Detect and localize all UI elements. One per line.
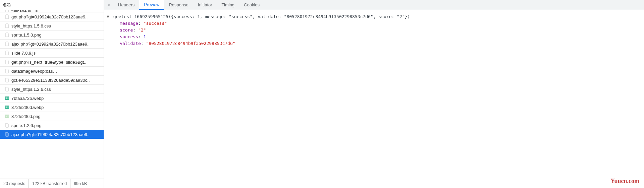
image-icon: [5, 105, 9, 110]
tab-preview[interactable]: Preview: [139, 0, 164, 10]
file-icon: [5, 78, 9, 82]
request-name: style_https.1.5.8.css: [11, 23, 51, 28]
request-row[interactable]: slide.7.8.9.js: [0, 49, 104, 58]
tab-initiator[interactable]: Initiator: [193, 0, 217, 10]
file-icon: [5, 51, 9, 55]
request-name: gct.e465329e51133f326aade59da930c..: [11, 78, 90, 83]
request-row[interactable]: gct.e465329e51133f326aade59da930c..: [0, 76, 104, 85]
close-icon[interactable]: ×: [104, 0, 113, 10]
request-name: data:image/webp;bas…: [11, 69, 57, 74]
json-property: score: "2": [107, 27, 641, 34]
expand-toggle-icon[interactable]: ▼: [107, 13, 111, 20]
callback-prefix: geetest_1669259965125(: [113, 14, 171, 19]
request-row[interactable]: get.php?is_next=true&type=slide3&gt..: [0, 58, 104, 67]
status-requests: 20 requests: [0, 179, 29, 188]
requests-list[interactable]: fullpage.js...jsget.php?gt=019924a82c70b…: [0, 10, 104, 179]
image-icon: [5, 96, 9, 101]
request-row[interactable]: ajax.php?gt=019924a82c70bb123aae9..: [0, 40, 104, 49]
json-property: message: "success": [107, 20, 641, 27]
json-value: "8052801972c8494b9f3502298853c7d6": [146, 41, 235, 46]
callback-suffix: ): [407, 14, 410, 19]
summary-object: {success: 1, message: "success", validat…: [171, 14, 407, 19]
request-name: slide.7.8.9.js: [11, 51, 36, 56]
request-name: get.php?is_next=true&type=slide3&gt..: [11, 60, 86, 65]
request-name: ajax.php?gt=019924a82c70bb123aae9..: [11, 132, 90, 137]
details-tabs-bar: × HeadersPreviewResponseInitiatorTimingC…: [104, 0, 644, 10]
json-value: "success": [144, 21, 167, 26]
file-icon: [5, 10, 9, 12]
request-name: 372fe236d.webp: [11, 105, 44, 110]
file-icon: [5, 60, 9, 64]
data-icon: [5, 69, 9, 73]
svg-point-3: [6, 107, 7, 107]
json-value: 1: [144, 34, 146, 39]
request-row[interactable]: ajax.php?gt=019924a82c70bb123aae9..: [0, 130, 104, 139]
request-name: get.php?gt=019924a82c70bb123aae9..: [11, 14, 88, 19]
json-value: "2": [138, 27, 146, 33]
request-name: fullpage.js...js: [11, 10, 38, 12]
svg-point-1: [6, 98, 7, 98]
file-icon: [5, 123, 9, 128]
tab-headers[interactable]: Headers: [113, 0, 139, 10]
json-key: message: [120, 21, 138, 26]
json-key: score: [120, 27, 133, 33]
file-icon: [5, 87, 9, 91]
preview-content[interactable]: ▼ geetest_1669259965125({success: 1, mes…: [104, 10, 644, 188]
file-icon: [5, 33, 9, 37]
svg-rect-0: [5, 97, 9, 100]
request-row[interactable]: fullpage.js...js: [0, 10, 104, 12]
image-icon: [5, 114, 9, 119]
json-key: success: [120, 34, 138, 39]
network-requests-panel: 名称 fullpage.js...jsget.php?gt=019924a82c…: [0, 0, 104, 188]
file-icon: [5, 14, 9, 19]
status-bar: 20 requests 122 kB transferred 995 kB: [0, 179, 104, 188]
request-name: sprite.1.2.6.png: [11, 123, 42, 128]
tab-timing[interactable]: Timing: [217, 0, 239, 10]
request-row[interactable]: style_https.1.5.8.css: [0, 21, 104, 30]
status-transferred: 122 kB transferred: [29, 179, 70, 188]
request-name: 7bfaaa72b.webp: [11, 96, 44, 101]
json-property: success: 1: [107, 34, 641, 40]
status-resources: 995 kB: [70, 179, 90, 188]
request-row[interactable]: 372fe236d.webp: [0, 103, 104, 112]
svg-rect-4: [5, 115, 9, 118]
details-panel: × HeadersPreviewResponseInitiatorTimingC…: [104, 0, 644, 188]
svg-rect-2: [5, 106, 9, 109]
request-row[interactable]: get.php?gt=019924a82c70bb123aae9..: [0, 12, 104, 21]
request-row[interactable]: 372fe236d.png: [0, 112, 104, 121]
request-name: style_https.1.2.6.css: [11, 87, 51, 92]
json-property: validate: "8052801972c8494b9f3502298853c…: [107, 40, 641, 47]
request-row[interactable]: sprite.1.2.6.png: [0, 121, 104, 130]
json-key: validate: [120, 41, 141, 46]
tab-cookies[interactable]: Cookies: [239, 0, 264, 10]
file-icon: [5, 132, 9, 137]
file-icon: [5, 23, 9, 28]
request-name: sprite.1.5.8.png: [11, 33, 42, 38]
request-row[interactable]: 7bfaaa72b.webp: [0, 94, 104, 103]
request-name: 372fe236d.png: [11, 114, 41, 119]
tab-response[interactable]: Response: [164, 0, 193, 10]
requests-column-header[interactable]: 名称: [0, 0, 104, 10]
request-name: ajax.php?gt=019924a82c70bb123aae9..: [11, 42, 90, 47]
request-row[interactable]: data:image/webp;bas…: [0, 67, 104, 76]
request-row[interactable]: style_https.1.2.6.css: [0, 85, 104, 94]
request-row[interactable]: sprite.1.5.8.png: [0, 30, 104, 40]
file-icon: [5, 42, 9, 46]
